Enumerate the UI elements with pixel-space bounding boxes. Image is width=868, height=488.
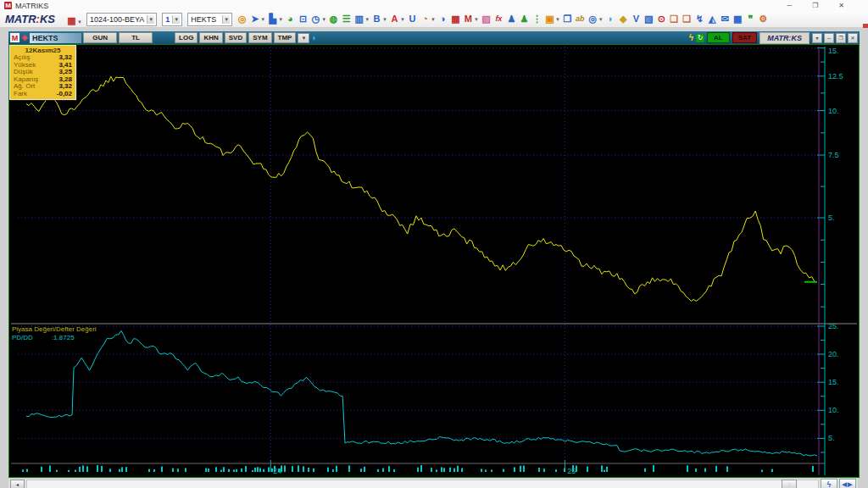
symbol-combo[interactable]: HEKTS▼ xyxy=(187,13,232,26)
annotation-icon[interactable]: A xyxy=(388,13,401,25)
depth-icon[interactable]: ☰ xyxy=(340,13,353,25)
search-icon[interactable]: ◎ xyxy=(587,13,599,25)
chart-mode-button-log[interactable]: LOG xyxy=(175,32,198,43)
chevron-down-icon[interactable]: ▼ xyxy=(260,17,265,22)
sell-button[interactable]: SAT xyxy=(732,32,757,43)
chart-mode-button-gun[interactable]: GUN xyxy=(83,32,117,43)
svg-text:15.: 15. xyxy=(828,47,839,55)
app-title: MATRIKS xyxy=(15,2,48,10)
chart-mode-button-tmp[interactable]: TMP xyxy=(274,32,297,43)
page-arrows-icon[interactable]: ◀▶ xyxy=(839,479,856,488)
chart-close-button[interactable]: ✕ xyxy=(848,33,858,43)
scroll-left-button[interactable]: ◂ xyxy=(10,480,25,488)
time-analysis-icon[interactable]: ◔ xyxy=(419,13,431,25)
monitor-icon[interactable]: ⊡ xyxy=(297,13,309,25)
clock-icon[interactable]: ◷ xyxy=(309,13,322,25)
chevron-down-icon[interactable]: ▼ xyxy=(474,17,479,22)
svg-text:20.: 20. xyxy=(828,350,839,358)
chevron-down-icon[interactable]: ▼ xyxy=(77,19,82,25)
fx-icon[interactable]: fx xyxy=(492,13,505,25)
users-icon[interactable]: ♟ xyxy=(518,13,531,25)
bold-icon[interactable]: B xyxy=(370,13,383,25)
graph-box-icon[interactable]: ▨ xyxy=(480,13,492,25)
chevron-down-icon[interactable]: ▼ xyxy=(364,17,370,22)
minimize-button[interactable]: ─ xyxy=(787,2,792,9)
window-large-icon[interactable]: ❏ xyxy=(681,13,693,25)
app-titlebar: M MATRIKS ─ ❐ ✕ xyxy=(0,0,868,12)
chevron-down-icon[interactable]: ▼ xyxy=(555,17,560,22)
svg-text:10.: 10. xyxy=(828,406,839,414)
workspace-combo[interactable]: 1024-100-BEYA▼ xyxy=(86,13,157,26)
mail-icon[interactable]: ✉ xyxy=(719,13,732,25)
chevron-down-icon[interactable]: ▼ xyxy=(172,15,180,24)
v-icon[interactable]: V xyxy=(630,13,643,25)
twitter-icon[interactable]: ◗ xyxy=(604,13,617,25)
quick-jump-icon[interactable]: ϟ xyxy=(821,479,837,488)
news-icon[interactable]: ▥ xyxy=(353,13,365,25)
scrollbar-thumb[interactable]: ⁚ xyxy=(782,480,797,488)
traffic-light-icon[interactable]: ⋮ xyxy=(531,13,543,25)
docs-icon[interactable]: ❐ xyxy=(561,13,574,25)
matriks-logo: MATR:KS xyxy=(5,13,55,25)
notify-icon[interactable]: ◆ xyxy=(617,13,630,25)
pie-chart-icon[interactable]: ◕ xyxy=(284,13,297,25)
window-small-icon[interactable]: ❑ xyxy=(668,13,681,25)
chart-menu-button[interactable]: ▾ xyxy=(812,33,822,43)
chevron-down-icon[interactable]: ▼ xyxy=(278,17,283,22)
close-button[interactable]: ✕ xyxy=(838,2,844,9)
chart-mode-button-sym[interactable]: SYM xyxy=(248,32,271,43)
chat-icon[interactable]: ❞ xyxy=(744,13,757,25)
chevron-down-icon[interactable]: ▼ xyxy=(400,17,405,22)
chart-mode-button-tl[interactable]: TL xyxy=(119,32,153,43)
chart-symbol-field[interactable]: HEKTS xyxy=(30,33,81,43)
svg-text:12.5: 12.5 xyxy=(828,72,843,80)
svg-text:25: 25 xyxy=(567,467,576,475)
link-icon[interactable]: ↯ xyxy=(693,13,706,25)
matriks-m-icon[interactable]: M xyxy=(462,13,475,25)
chevron-down-icon[interactable]: ▼ xyxy=(321,17,326,22)
apps-icon[interactable]: ▣ xyxy=(543,13,556,25)
bell-icon[interactable]: ◭ xyxy=(706,13,719,25)
pointer-icon[interactable]: ➤ xyxy=(248,13,261,25)
calculator-icon[interactable]: ▦ xyxy=(732,13,744,25)
chart-mode-button-khn[interactable]: KHN xyxy=(199,32,222,43)
main-toolbar: MATR:KS ▦▼ 1024-100-BEYA▼ 1▼ HEKTS▼ ◎➤▼▙… xyxy=(0,11,868,28)
refresh-icon[interactable]: ↻ xyxy=(696,34,704,42)
zoom-icon[interactable]: ◎ xyxy=(236,13,248,25)
chart-dropdown-button[interactable]: ▼ xyxy=(298,33,309,43)
maximize-button[interactable]: ❐ xyxy=(812,2,818,9)
period-combo[interactable]: 1▼ xyxy=(162,13,182,26)
scrollbar-track[interactable] xyxy=(26,480,819,488)
chevron-down-icon[interactable]: ▼ xyxy=(382,17,387,22)
chart-canvas[interactable]: 15.12.510.7.55.25.20.15.10.5.2425 xyxy=(9,45,859,477)
chart-m-icon[interactable]: M xyxy=(10,33,19,42)
chevron-down-icon[interactable]: ▼ xyxy=(598,17,604,22)
chart-lock-icon[interactable]: ▧ xyxy=(643,13,655,25)
underline-icon[interactable]: U xyxy=(406,13,419,25)
svg-text:5.: 5. xyxy=(828,214,835,222)
svg-text:15.: 15. xyxy=(828,378,839,386)
user-icon[interactable]: ♟ xyxy=(505,13,518,25)
chart-restore-button[interactable]: ❐ xyxy=(836,33,846,43)
twitter-icon[interactable]: ◗ xyxy=(311,33,316,42)
refresh-circle-icon[interactable]: ◑ xyxy=(437,13,449,25)
globe-icon[interactable]: ◍ xyxy=(327,13,340,25)
buy-button[interactable]: AL xyxy=(707,32,730,43)
settings-icon[interactable]: ⚙ xyxy=(757,13,770,25)
viop-icon[interactable]: ▦ xyxy=(449,13,462,25)
chevron-down-icon[interactable]: ▼ xyxy=(222,15,230,24)
chart-scrollbar[interactable]: ◂ ⁚ ϟ ◀▶ xyxy=(8,479,858,488)
screen-record-icon[interactable]: ⊙ xyxy=(655,13,668,25)
chart-area[interactable]: 15.12.510.7.55.25.20.15.10.5.2425 12Kası… xyxy=(8,44,860,478)
svg-text:7.5: 7.5 xyxy=(828,151,839,159)
chevron-down-icon[interactable]: ▼ xyxy=(431,17,436,22)
svg-text:5.: 5. xyxy=(828,434,835,442)
chevron-down-icon[interactable]: ▼ xyxy=(147,15,154,24)
quick-trade-icon[interactable]: ϟ xyxy=(689,33,693,42)
chart-window-header[interactable]: M ❖ HEKTS GUNTLLOGKHNSVDSYMTMP ▼ ◗ ϟ ↻ A… xyxy=(8,31,860,44)
chart-minimize-button[interactable]: ─ xyxy=(824,33,834,43)
chart-icon[interactable]: ▙ xyxy=(266,13,279,25)
chart-mode-button-svd[interactable]: SVD xyxy=(225,32,247,43)
save-icon[interactable]: ▦ xyxy=(65,14,78,27)
lang-icon[interactable]: ab xyxy=(574,13,587,25)
